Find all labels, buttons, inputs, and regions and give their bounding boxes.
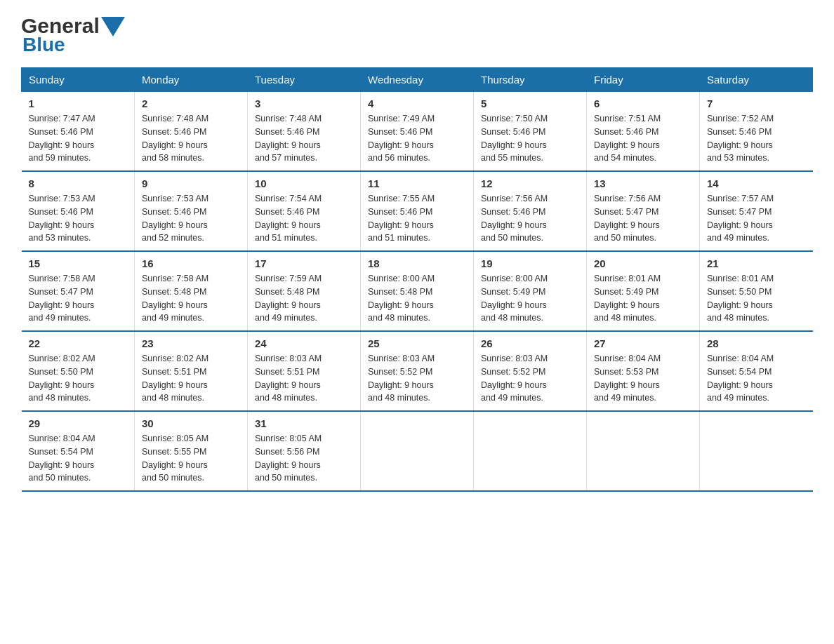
day-info: Sunrise: 7:58 AMSunset: 5:47 PMDaylight:… (29, 272, 128, 325)
calendar-cell: 14Sunrise: 7:57 AMSunset: 5:47 PMDayligh… (700, 171, 813, 251)
day-info: Sunrise: 7:50 AMSunset: 5:46 PMDaylight:… (481, 112, 579, 165)
day-info: Sunrise: 8:03 AMSunset: 5:52 PMDaylight:… (368, 352, 466, 405)
calendar-cell: 15Sunrise: 7:58 AMSunset: 5:47 PMDayligh… (22, 251, 135, 331)
calendar-cell: 20Sunrise: 8:01 AMSunset: 5:49 PMDayligh… (587, 251, 700, 331)
day-number: 27 (594, 337, 692, 349)
weekday-header-wednesday: Wednesday (361, 68, 474, 92)
day-info: Sunrise: 8:05 AMSunset: 5:55 PMDaylight:… (142, 432, 240, 485)
logo: General Blue (21, 14, 125, 56)
logo-blue-text: Blue (22, 34, 65, 56)
calendar-cell: 2Sunrise: 7:48 AMSunset: 5:46 PMDaylight… (135, 92, 248, 172)
calendar-cell (474, 411, 587, 491)
calendar-cell: 27Sunrise: 8:04 AMSunset: 5:53 PMDayligh… (587, 331, 700, 411)
calendar-cell: 10Sunrise: 7:54 AMSunset: 5:46 PMDayligh… (248, 171, 361, 251)
calendar-cell: 12Sunrise: 7:56 AMSunset: 5:46 PMDayligh… (474, 171, 587, 251)
day-number: 26 (481, 337, 579, 349)
day-info: Sunrise: 7:51 AMSunset: 5:46 PMDaylight:… (594, 112, 692, 165)
day-info: Sunrise: 8:03 AMSunset: 5:52 PMDaylight:… (481, 352, 579, 405)
day-info: Sunrise: 7:58 AMSunset: 5:48 PMDaylight:… (142, 272, 240, 325)
logo-triangle-icon (101, 17, 125, 38)
weekday-header-monday: Monday (135, 68, 248, 92)
day-number: 12 (481, 177, 579, 189)
day-number: 4 (368, 98, 466, 109)
calendar-cell: 31Sunrise: 8:05 AMSunset: 5:56 PMDayligh… (248, 411, 361, 491)
calendar-header: SundayMondayTuesdayWednesdayThursdayFrid… (22, 68, 813, 92)
calendar-cell: 17Sunrise: 7:59 AMSunset: 5:48 PMDayligh… (248, 251, 361, 331)
day-info: Sunrise: 8:02 AMSunset: 5:51 PMDaylight:… (142, 352, 240, 405)
day-number: 24 (255, 337, 353, 349)
day-info: Sunrise: 8:00 AMSunset: 5:49 PMDaylight:… (481, 272, 579, 325)
calendar-cell: 29Sunrise: 8:04 AMSunset: 5:54 PMDayligh… (22, 411, 135, 491)
day-info: Sunrise: 8:04 AMSunset: 5:54 PMDaylight:… (707, 352, 806, 405)
day-info: Sunrise: 7:52 AMSunset: 5:46 PMDaylight:… (707, 112, 806, 165)
calendar-cell: 7Sunrise: 7:52 AMSunset: 5:46 PMDaylight… (700, 92, 813, 172)
calendar-cell: 16Sunrise: 7:58 AMSunset: 5:48 PMDayligh… (135, 251, 248, 331)
svg-marker-0 (101, 17, 125, 36)
calendar-week-2: 8Sunrise: 7:53 AMSunset: 5:46 PMDaylight… (22, 171, 813, 251)
calendar-cell: 9Sunrise: 7:53 AMSunset: 5:46 PMDaylight… (135, 171, 248, 251)
day-number: 23 (142, 337, 240, 349)
weekday-header-tuesday: Tuesday (248, 68, 361, 92)
day-number: 8 (29, 177, 128, 189)
day-number: 31 (255, 417, 353, 429)
day-number: 6 (594, 98, 692, 109)
day-number: 19 (481, 257, 579, 269)
calendar-cell (587, 411, 700, 491)
calendar-cell: 30Sunrise: 8:05 AMSunset: 5:55 PMDayligh… (135, 411, 248, 491)
day-info: Sunrise: 7:56 AMSunset: 5:46 PMDaylight:… (481, 192, 579, 245)
day-info: Sunrise: 7:55 AMSunset: 5:46 PMDaylight:… (368, 192, 466, 245)
calendar-cell: 19Sunrise: 8:00 AMSunset: 5:49 PMDayligh… (474, 251, 587, 331)
weekday-header-saturday: Saturday (700, 68, 813, 92)
calendar-cell: 1Sunrise: 7:47 AMSunset: 5:46 PMDaylight… (22, 92, 135, 172)
calendar-cell: 25Sunrise: 8:03 AMSunset: 5:52 PMDayligh… (361, 331, 474, 411)
day-number: 28 (707, 337, 806, 349)
calendar-week-1: 1Sunrise: 7:47 AMSunset: 5:46 PMDaylight… (22, 92, 813, 172)
day-info: Sunrise: 8:02 AMSunset: 5:50 PMDaylight:… (29, 352, 128, 405)
calendar-cell: 28Sunrise: 8:04 AMSunset: 5:54 PMDayligh… (700, 331, 813, 411)
calendar-cell: 22Sunrise: 8:02 AMSunset: 5:50 PMDayligh… (22, 331, 135, 411)
day-number: 11 (368, 177, 466, 189)
day-number: 29 (29, 417, 128, 429)
calendar-table: SundayMondayTuesdayWednesdayThursdayFrid… (21, 67, 813, 492)
calendar-cell: 11Sunrise: 7:55 AMSunset: 5:46 PMDayligh… (361, 171, 474, 251)
calendar-cell: 6Sunrise: 7:51 AMSunset: 5:46 PMDaylight… (587, 92, 700, 172)
calendar-cell: 4Sunrise: 7:49 AMSunset: 5:46 PMDaylight… (361, 92, 474, 172)
calendar-cell: 21Sunrise: 8:01 AMSunset: 5:50 PMDayligh… (700, 251, 813, 331)
day-number: 5 (481, 98, 579, 109)
calendar-cell: 23Sunrise: 8:02 AMSunset: 5:51 PMDayligh… (135, 331, 248, 411)
day-info: Sunrise: 7:53 AMSunset: 5:46 PMDaylight:… (29, 192, 128, 245)
calendar-cell (700, 411, 813, 491)
day-number: 17 (255, 257, 353, 269)
day-number: 3 (255, 98, 353, 109)
day-info: Sunrise: 7:48 AMSunset: 5:46 PMDaylight:… (142, 112, 240, 165)
weekday-header-friday: Friday (587, 68, 700, 92)
day-info: Sunrise: 7:57 AMSunset: 5:47 PMDaylight:… (707, 192, 806, 245)
page-header: General Blue (21, 14, 813, 56)
day-number: 18 (368, 257, 466, 269)
weekday-header-sunday: Sunday (22, 68, 135, 92)
day-number: 13 (594, 177, 692, 189)
day-info: Sunrise: 8:05 AMSunset: 5:56 PMDaylight:… (255, 432, 353, 485)
day-number: 25 (368, 337, 466, 349)
day-number: 30 (142, 417, 240, 429)
calendar-cell: 5Sunrise: 7:50 AMSunset: 5:46 PMDaylight… (474, 92, 587, 172)
day-number: 15 (29, 257, 128, 269)
calendar-body: 1Sunrise: 7:47 AMSunset: 5:46 PMDaylight… (22, 92, 813, 492)
day-info: Sunrise: 7:54 AMSunset: 5:46 PMDaylight:… (255, 192, 353, 245)
calendar-cell: 13Sunrise: 7:56 AMSunset: 5:47 PMDayligh… (587, 171, 700, 251)
day-info: Sunrise: 7:56 AMSunset: 5:47 PMDaylight:… (594, 192, 692, 245)
day-number: 10 (255, 177, 353, 189)
calendar-cell (361, 411, 474, 491)
calendar-cell: 8Sunrise: 7:53 AMSunset: 5:46 PMDaylight… (22, 171, 135, 251)
day-info: Sunrise: 8:04 AMSunset: 5:54 PMDaylight:… (29, 432, 128, 485)
day-number: 1 (29, 98, 128, 109)
day-info: Sunrise: 7:53 AMSunset: 5:46 PMDaylight:… (142, 192, 240, 245)
day-info: Sunrise: 8:03 AMSunset: 5:51 PMDaylight:… (255, 352, 353, 405)
day-number: 7 (707, 98, 806, 109)
day-info: Sunrise: 7:48 AMSunset: 5:46 PMDaylight:… (255, 112, 353, 165)
day-info: Sunrise: 7:59 AMSunset: 5:48 PMDaylight:… (255, 272, 353, 325)
weekday-header-thursday: Thursday (474, 68, 587, 92)
day-number: 20 (594, 257, 692, 269)
calendar-cell: 3Sunrise: 7:48 AMSunset: 5:46 PMDaylight… (248, 92, 361, 172)
calendar-week-5: 29Sunrise: 8:04 AMSunset: 5:54 PMDayligh… (22, 411, 813, 491)
